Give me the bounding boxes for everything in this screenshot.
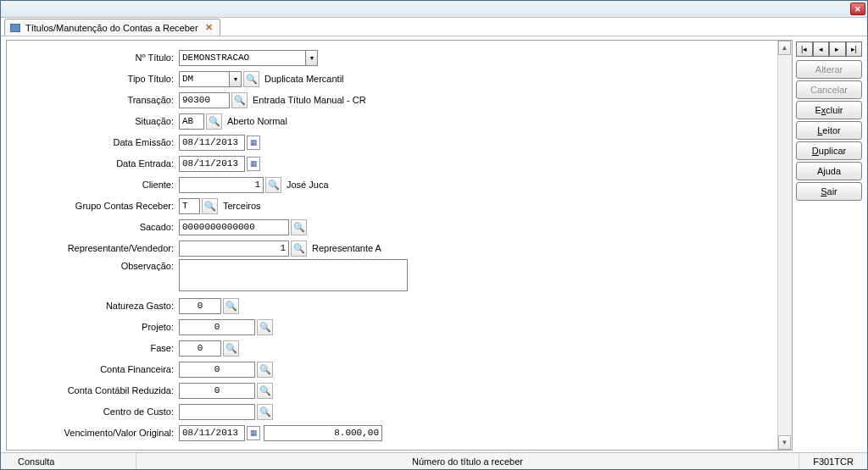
- form-icon: [10, 24, 20, 32]
- tipo-desc: Duplicata Mercantil: [264, 74, 344, 84]
- nav-first-button[interactable]: |◂: [796, 41, 813, 57]
- grupo-lookup-icon[interactable]: 🔍: [202, 198, 218, 214]
- fase-input[interactable]: [179, 340, 221, 357]
- scroll-up-icon[interactable]: ▲: [778, 41, 791, 55]
- repr-input[interactable]: [179, 241, 289, 257]
- leitor-button[interactable]: Leitor: [796, 121, 862, 140]
- nav-last-button[interactable]: ▸|: [846, 41, 863, 57]
- natureza-lookup-icon[interactable]: 🔍: [223, 298, 239, 314]
- situacao-desc: Aberto Normal: [227, 116, 287, 126]
- transacao-desc: Entrada Título Manual - CR: [253, 95, 366, 105]
- nav-next-button[interactable]: ▸: [829, 41, 846, 57]
- sacado-input[interactable]: [179, 219, 289, 235]
- venc-calendar-icon[interactable]: ▦: [247, 426, 260, 440]
- window-close-button[interactable]: ✕: [850, 3, 865, 15]
- label-data-entrada: Data Entrada:: [14, 158, 179, 169]
- cliente-lookup-icon[interactable]: 🔍: [265, 177, 281, 193]
- label-numero: Nº Título:: [14, 53, 179, 63]
- cliente-input[interactable]: [179, 177, 264, 193]
- status-hint: Número do título a receber: [136, 453, 799, 469]
- status-form-code: F301TCR: [799, 453, 867, 469]
- transacao-input[interactable]: [179, 92, 230, 108]
- sacado-lookup-icon[interactable]: 🔍: [291, 219, 307, 235]
- ajuda-button[interactable]: Ajuda: [796, 162, 862, 180]
- cliente-desc: José Juca: [287, 180, 329, 190]
- centro-input[interactable]: [179, 404, 255, 420]
- tab-title: Títulos/Manutenção do Contas a Receber: [25, 23, 198, 33]
- status-mode: Consulta: [1, 453, 136, 469]
- grupo-input[interactable]: [179, 198, 200, 214]
- fase-lookup-icon[interactable]: 🔍: [223, 340, 239, 357]
- label-transacao: Transação:: [14, 95, 179, 105]
- tipo-dropdown-icon[interactable]: ▾: [229, 71, 242, 87]
- tab-titulos[interactable]: Títulos/Manutenção do Contas a Receber ✕: [4, 19, 220, 36]
- cancelar-button[interactable]: Cancelar: [796, 80, 862, 99]
- numero-dropdown-icon[interactable]: ▾: [305, 50, 318, 66]
- data-emissao-calendar-icon[interactable]: ▦: [247, 135, 260, 150]
- label-fase: Fase:: [14, 343, 179, 353]
- sair-button[interactable]: Sair: [796, 182, 862, 201]
- natureza-input[interactable]: [179, 298, 221, 314]
- numero-input[interactable]: [179, 50, 306, 66]
- conta-cont-lookup-icon[interactable]: 🔍: [257, 383, 273, 399]
- duplicar-button[interactable]: Duplicar: [796, 141, 862, 160]
- data-emissao-input[interactable]: [179, 135, 245, 151]
- label-tipo: Tipo Título:: [14, 74, 179, 84]
- conta-fin-lookup-icon[interactable]: 🔍: [257, 362, 273, 378]
- label-obs: Observação:: [14, 259, 179, 271]
- label-natureza: Natureza Gasto:: [14, 301, 179, 311]
- label-repr: Representante/Vendedor:: [14, 243, 179, 253]
- nav-prev-button[interactable]: ◂: [813, 41, 830, 57]
- label-grupo: Grupo Contas Receber:: [14, 201, 179, 211]
- label-cliente: Cliente:: [14, 180, 179, 190]
- label-situacao: Situação:: [14, 116, 179, 126]
- projeto-input[interactable]: [179, 319, 255, 335]
- data-entrada-input[interactable]: [179, 156, 245, 172]
- label-projeto: Projeto:: [14, 322, 179, 332]
- repr-desc: Representante A: [312, 243, 381, 253]
- tipo-input[interactable]: [179, 71, 230, 87]
- conta-cont-input[interactable]: [179, 383, 255, 399]
- conta-fin-input[interactable]: [179, 362, 255, 378]
- transacao-lookup-icon[interactable]: 🔍: [231, 92, 248, 108]
- tipo-lookup-icon[interactable]: 🔍: [243, 71, 259, 87]
- data-entrada-calendar-icon[interactable]: ▦: [247, 157, 260, 171]
- grupo-desc: Terceiros: [223, 201, 261, 211]
- excluir-button[interactable]: Excluir: [796, 101, 862, 119]
- form-scrollbar[interactable]: ▲ ▼: [777, 41, 792, 450]
- tab-close-icon[interactable]: ✕: [203, 22, 214, 33]
- label-conta-cont: Conta Contábil Reduzida:: [14, 385, 179, 395]
- venc-date-input[interactable]: [179, 425, 245, 441]
- label-centro: Centro de Custo:: [14, 406, 179, 417]
- centro-lookup-icon[interactable]: 🔍: [257, 404, 273, 420]
- label-conta-fin: Conta Financeira:: [14, 364, 179, 374]
- situacao-input[interactable]: [179, 113, 204, 130]
- label-data-emissao: Data Emissão:: [14, 137, 179, 147]
- label-sacado: Sacado:: [14, 222, 179, 232]
- projeto-lookup-icon[interactable]: 🔍: [257, 319, 273, 335]
- label-venc: Vencimento/Valor Original:: [14, 428, 179, 438]
- record-nav: |◂ ◂ ▸ ▸|: [796, 41, 862, 57]
- venc-valor-input[interactable]: [264, 425, 382, 441]
- alterar-button[interactable]: Alterar: [796, 60, 862, 79]
- scroll-down-icon[interactable]: ▼: [778, 435, 791, 450]
- obs-textarea[interactable]: [179, 259, 408, 291]
- situacao-lookup-icon[interactable]: 🔍: [206, 113, 222, 130]
- repr-lookup-icon[interactable]: 🔍: [291, 241, 307, 257]
